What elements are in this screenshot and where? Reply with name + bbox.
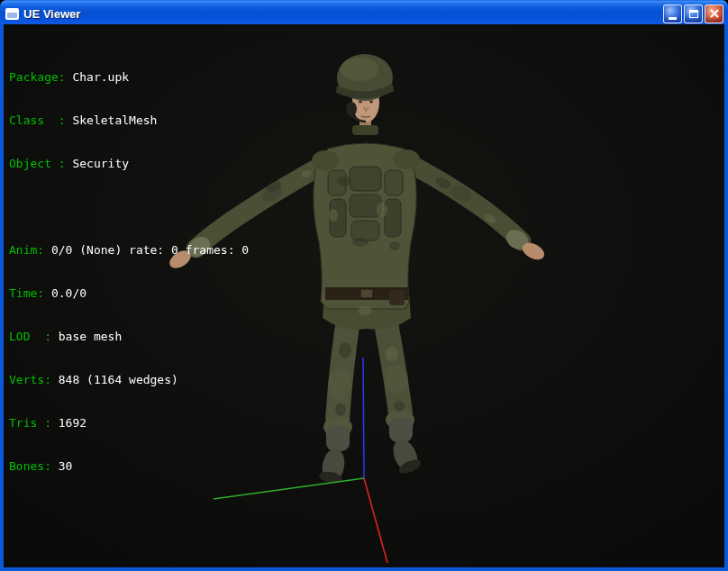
axis-z-line	[363, 358, 364, 478]
window-titlebar[interactable]: UE Viewer	[0, 0, 728, 24]
info-line-class: Class : SkeletalMesh	[9, 113, 249, 128]
minimize-icon	[669, 17, 677, 20]
info-value: 0/0 (None) rate: 0 frames: 0	[44, 243, 249, 257]
info-label: Verts:	[9, 373, 51, 386]
close-icon	[709, 8, 720, 19]
info-label: Anim:	[9, 243, 44, 257]
info-line-anim: Anim: 0/0 (None) rate: 0 frames: 0	[9, 243, 249, 258]
info-line-object: Object : Security	[9, 157, 249, 171]
maximize-icon	[689, 10, 698, 18]
info-overlay: Package: Char.upk Class : SkeletalMesh O…	[9, 41, 249, 503]
info-value: Char.upk	[66, 70, 129, 84]
info-line-time: Time: 0.0/0	[9, 286, 249, 301]
info-line-bones: Bones: 30	[9, 459, 249, 474]
info-value: 30	[51, 459, 72, 473]
info-line-blank	[9, 200, 249, 214]
info-label: Tris :	[9, 416, 51, 430]
info-label: Object :	[9, 157, 66, 170]
ue-viewer-window: UE Viewer	[0, 0, 728, 571]
info-label: Time:	[9, 286, 44, 300]
info-line-tris: Tris : 1692	[9, 416, 249, 431]
info-value: Security	[66, 157, 129, 170]
info-label: Bones:	[9, 459, 51, 473]
info-line-package: Package: Char.upk	[9, 70, 249, 85]
info-value: 0.0/0	[44, 286, 86, 300]
app-window-icon	[5, 8, 19, 20]
info-line-verts: Verts: 848 (1164 wedges)	[9, 373, 249, 387]
info-line-lod: LOD : base mesh	[9, 330, 249, 344]
info-value: base mesh	[51, 330, 122, 343]
window-title: UE Viewer	[23, 7, 661, 21]
window-controls	[661, 5, 723, 23]
info-value: 848 (1164 wedges)	[51, 373, 178, 386]
info-label: LOD :	[9, 330, 51, 343]
maximize-button[interactable]	[684, 5, 703, 23]
minimize-button[interactable]	[663, 5, 682, 23]
model-viewport[interactable]: Package: Char.upk Class : SkeletalMesh O…	[4, 24, 724, 567]
info-label: Package:	[9, 70, 66, 84]
info-label: Class :	[9, 113, 66, 127]
info-value: 1692	[51, 416, 86, 430]
close-button[interactable]	[705, 5, 723, 23]
info-value: SkeletalMesh	[66, 113, 158, 127]
